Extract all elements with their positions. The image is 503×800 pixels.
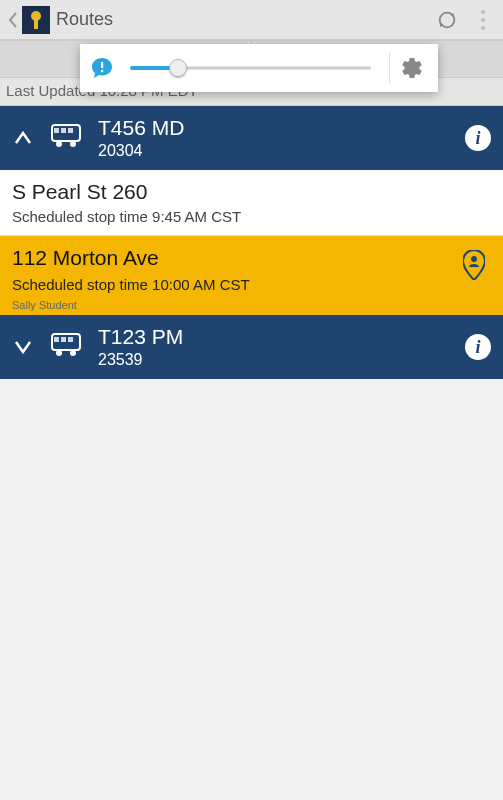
route-id: 20304 bbox=[98, 142, 184, 160]
svg-point-5 bbox=[481, 26, 485, 30]
collapse-icon[interactable] bbox=[14, 125, 34, 151]
gear-icon[interactable] bbox=[394, 50, 430, 86]
svg-point-12 bbox=[471, 256, 477, 262]
stop-title: 112 Morton Ave bbox=[12, 246, 491, 270]
svg-point-4 bbox=[481, 18, 485, 22]
bus-icon bbox=[50, 123, 84, 153]
svg-point-11 bbox=[70, 141, 76, 147]
svg-rect-14 bbox=[54, 337, 59, 342]
slider-thumb[interactable] bbox=[169, 59, 187, 77]
svg-rect-7 bbox=[54, 128, 59, 133]
route-header[interactable]: T123 PM 23539 i bbox=[0, 315, 503, 379]
volume-slider[interactable] bbox=[116, 44, 385, 92]
student-name: Sally Student bbox=[12, 299, 491, 311]
svg-point-18 bbox=[70, 350, 76, 356]
route-header[interactable]: T456 MD 20304 i bbox=[0, 106, 503, 170]
alert-bubble-icon[interactable] bbox=[88, 54, 116, 82]
page-title: Routes bbox=[56, 9, 113, 30]
stop-item-highlighted[interactable]: 112 Morton Ave Scheduled stop time 10:00… bbox=[0, 236, 503, 315]
overflow-menu-icon[interactable] bbox=[467, 0, 499, 40]
volume-popup bbox=[80, 44, 438, 92]
svg-point-3 bbox=[481, 10, 485, 14]
route-name: T123 PM bbox=[98, 325, 183, 348]
app-logo-icon bbox=[22, 6, 50, 34]
stop-schedule: Scheduled stop time 10:00 AM CST bbox=[12, 276, 491, 293]
svg-rect-16 bbox=[68, 337, 73, 342]
stop-schedule: Scheduled stop time 9:45 AM CST bbox=[12, 208, 491, 225]
svg-point-20 bbox=[101, 70, 104, 73]
expand-icon[interactable] bbox=[14, 334, 34, 360]
svg-point-10 bbox=[56, 141, 62, 147]
route-id: 23539 bbox=[98, 351, 183, 369]
svg-point-17 bbox=[56, 350, 62, 356]
info-icon[interactable]: i bbox=[465, 334, 491, 360]
info-icon[interactable]: i bbox=[465, 125, 491, 151]
stop-item[interactable]: S Pearl St 260 Scheduled stop time 9:45 … bbox=[0, 170, 503, 236]
route-name: T456 MD bbox=[98, 116, 184, 139]
svg-rect-2 bbox=[34, 19, 38, 29]
stop-title: S Pearl St 260 bbox=[12, 180, 491, 204]
refresh-icon[interactable] bbox=[427, 0, 467, 40]
svg-rect-15 bbox=[61, 337, 66, 342]
back-icon[interactable] bbox=[4, 0, 22, 40]
svg-rect-8 bbox=[61, 128, 66, 133]
svg-rect-19 bbox=[101, 62, 103, 68]
person-pin-icon[interactable] bbox=[463, 250, 485, 284]
bus-icon bbox=[50, 332, 84, 362]
svg-rect-9 bbox=[68, 128, 73, 133]
